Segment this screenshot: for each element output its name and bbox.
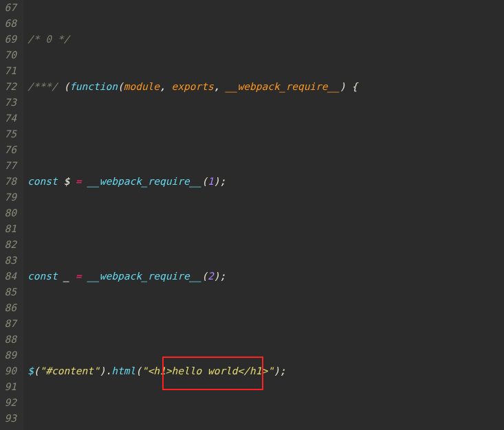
line-number: 88 [3,332,17,348]
code-line[interactable] [28,126,358,142]
line-number: 73 [3,95,17,111]
string: "#content" [39,365,99,376]
function-call: __webpack_require__ [87,176,201,187]
line-number: 85 [3,284,17,300]
line-number: 78 [3,174,17,190]
line-number: 79 [3,190,17,205]
line-number: 89 [3,348,17,363]
line-number: 74 [3,111,17,126]
line-number: 70 [3,47,17,63]
comment: /***/ [28,81,58,92]
keyword: function [69,81,118,92]
code-editor[interactable]: 67 68 69 70 71 72 73 74 75 76 77 78 79 8… [0,0,504,430]
keyword: const [28,176,58,187]
line-number: 90 [3,363,17,379]
param: module [124,81,160,92]
param: exports [172,81,214,92]
line-number: 76 [3,142,17,158]
line-number: 93 [3,411,17,427]
param: __webpack_require__ [226,81,340,92]
line-number: 72 [3,79,17,95]
line-number: 86 [3,300,17,316]
keyword: const [28,271,58,282]
line-number: 82 [3,237,17,253]
code-line[interactable] [28,221,358,237]
code-line[interactable]: /* 0 */ [28,32,358,47]
string: "<h1>hello world</h1>" [142,365,274,376]
code-area[interactable]: /* 0 */ /***/ (function(module, exports,… [23,0,362,430]
code-line[interactable] [28,411,358,427]
code-line[interactable]: /***/ (function(module, exports, __webpa… [28,79,358,95]
line-gutter: 67 68 69 70 71 72 73 74 75 76 77 78 79 8… [0,0,23,430]
line-number: 75 [3,126,17,142]
line-number: 91 [3,379,17,395]
code-line[interactable] [28,316,358,332]
line-number: 84 [3,269,17,284]
code-line[interactable]: $("#content").html("<h1>hello world</h1>… [28,363,358,379]
line-number: 67 [3,0,17,16]
function-call: __webpack_require__ [87,271,201,282]
line-number: 81 [3,221,17,237]
line-number: 71 [3,63,17,79]
line-number: 80 [3,205,17,221]
line-number: 69 [3,32,17,47]
function-call: html [111,365,135,376]
line-number: 68 [3,16,17,32]
line-number: 83 [3,253,17,269]
comment: /* 0 */ [28,34,69,45]
code-line[interactable]: const _ = __webpack_require__(2); [28,269,358,284]
line-number: 87 [3,316,17,332]
function-call: $ [28,365,34,376]
line-number: 92 [3,395,17,411]
code-line[interactable]: const $ = __webpack_require__(1); [28,174,358,190]
line-number: 77 [3,158,17,174]
